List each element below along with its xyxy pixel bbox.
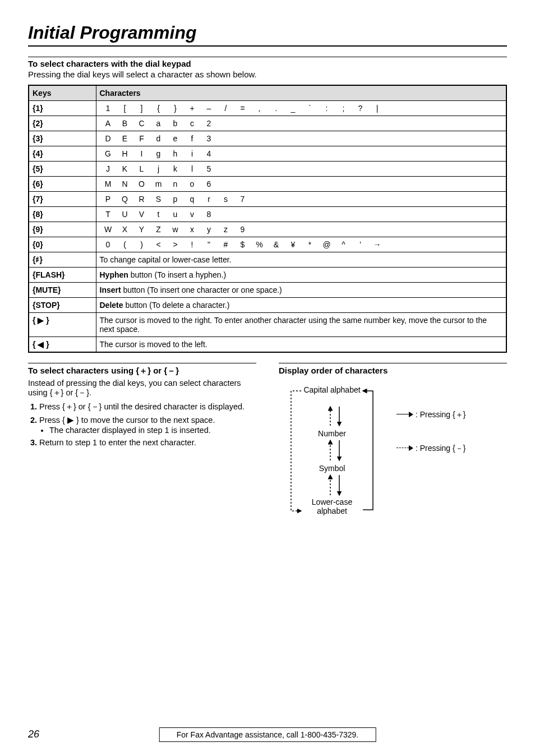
chars-cell: 1[]{}+–/=,._`:;?| (96, 101, 506, 116)
char: H (117, 149, 133, 158)
char: [ (117, 104, 133, 113)
char: | (369, 104, 386, 113)
desc-cell: Delete button (To delete a character.) (96, 298, 506, 313)
key-cell: {3} (29, 131, 96, 146)
key-cell: {0} (29, 237, 96, 252)
char: 2 (201, 119, 218, 128)
solid-arrow-icon (396, 412, 413, 417)
desc-cell: Hyphen button (To insert a hyphen.) (96, 268, 506, 283)
char: M (100, 179, 117, 188)
char: S (150, 195, 167, 204)
char: m (150, 179, 167, 188)
char: f (184, 134, 201, 143)
chars-cell: 0()<>!"#$%&¥*@^’→ (96, 237, 506, 252)
char: > (167, 240, 184, 249)
char: P (100, 195, 117, 204)
char: v (184, 210, 201, 219)
char: e (167, 134, 184, 143)
char: l (184, 164, 201, 173)
legend-plus: : Pressing {＋} (396, 410, 465, 420)
key-cell: {6} (29, 177, 96, 192)
col-chars: Characters (96, 85, 506, 101)
char: G (100, 149, 117, 158)
page-title: Initial Programming (28, 22, 507, 43)
table-row: {9}WXYZwxyz9 (29, 222, 506, 237)
char: n (167, 179, 184, 188)
char: O (133, 179, 150, 188)
char: 3 (201, 134, 218, 143)
char: b (167, 119, 184, 128)
char: ’ (352, 240, 369, 249)
chars-cell: PQRSpqrs7 (96, 192, 506, 207)
char: * (302, 240, 319, 249)
char: o (184, 179, 201, 188)
char: 5 (201, 164, 218, 173)
chars-cell: DEFdef3 (96, 131, 506, 146)
section1-desc: Pressing the dial keys will select a cha… (28, 70, 507, 79)
char: 6 (201, 179, 218, 188)
table-row: {6}MNOmno6 (29, 177, 506, 192)
char: t (150, 210, 167, 219)
char: a (150, 119, 167, 128)
char: ? (352, 104, 369, 113)
table-row: {8}TUVtuv8 (29, 207, 506, 222)
char: w (167, 225, 184, 234)
list-item: Return to step 1 to enter the next chara… (39, 438, 256, 447)
order-diagram: Capital alphabet Number Symbol Lower-cas… (279, 381, 507, 549)
char: – (201, 104, 218, 113)
table-row: {FLASH}Hyphen button (To insert a hyphen… (29, 268, 506, 283)
char: i (184, 149, 201, 158)
char: : (319, 104, 335, 113)
table-row: {STOP}Delete button (To delete a charact… (29, 298, 506, 313)
char: c (184, 119, 201, 128)
steps-list: Press {＋} or {－} until the desired chara… (28, 402, 256, 447)
table-row: {7}PQRSpqrs7 (29, 192, 506, 207)
char: ; (335, 104, 352, 113)
char: N (117, 179, 133, 188)
char: 8 (201, 210, 218, 219)
table-header-row: Keys Characters (29, 85, 506, 101)
desc-cell: To change capital or lower-case letter. (96, 252, 506, 268)
desc-cell: Insert button (To insert one character o… (96, 283, 506, 298)
char: V (133, 210, 150, 219)
chars-cell: JKLjkl5 (96, 162, 506, 177)
char: D (100, 134, 117, 143)
char: u (167, 210, 184, 219)
desc-cell: The cursor is moved to the right. To ent… (96, 313, 506, 337)
chars-cell: ABCabc2 (96, 116, 506, 131)
char: X (117, 225, 133, 234)
char: K (117, 164, 133, 173)
characters-table: Keys Characters {1}1[]{}+–/=,._`:;?|{2}A… (28, 85, 507, 353)
key-cell: {5} (29, 162, 96, 177)
char: , (251, 104, 268, 113)
title-underline (28, 45, 507, 47)
key-cell: {7} (29, 192, 96, 207)
char: ) (133, 240, 150, 249)
char: 9 (234, 225, 251, 234)
char: U (117, 210, 133, 219)
char: Y (133, 225, 150, 234)
table-row: { ▶ }The cursor is moved to the right. T… (29, 313, 506, 337)
char: h (167, 149, 184, 158)
char: L (133, 164, 150, 173)
table-row: {5}JKLjkl5 (29, 162, 506, 177)
key-cell: {♯} (29, 252, 96, 268)
char: ¥ (285, 240, 302, 249)
dashed-arrow-icon (396, 445, 413, 451)
char: p (167, 195, 184, 204)
char: g (150, 149, 167, 158)
char: d (150, 134, 167, 143)
char: F (133, 134, 150, 143)
char: j (150, 164, 167, 173)
char: 7 (234, 195, 251, 204)
char: y (201, 225, 218, 234)
key-cell: {8} (29, 207, 96, 222)
char: ` (302, 104, 319, 113)
char: @ (319, 240, 335, 249)
char: & (268, 240, 285, 249)
char: / (218, 104, 234, 113)
char: % (251, 240, 268, 249)
char: ( (117, 240, 133, 249)
char: q (184, 195, 201, 204)
char: R (133, 195, 150, 204)
